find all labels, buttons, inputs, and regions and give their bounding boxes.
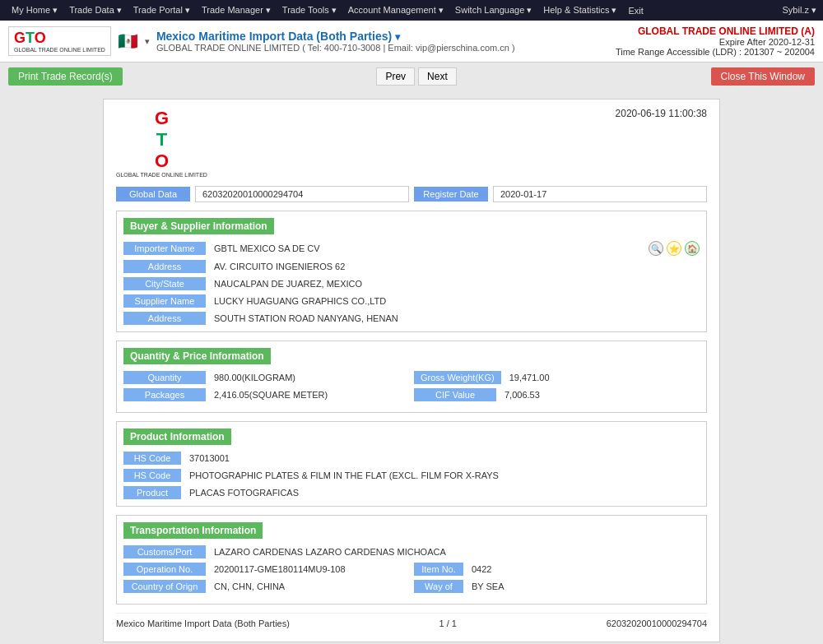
product-title: Product Information <box>123 429 231 445</box>
footer-data-name: Mexico Maritime Import Data (Both Partie… <box>116 619 290 628</box>
quantity-price-section: Quantity & Price Information Quantity 98… <box>116 341 707 413</box>
register-date-value: 2020-01-17 <box>493 186 707 202</box>
country-flag: 🇲🇽 <box>118 31 138 51</box>
record-footer: Mexico Maritime Import Data (Both Partie… <box>116 613 707 633</box>
cif-value: 7,006.53 <box>501 388 543 401</box>
hs-code-row-1: HS Code 37013001 <box>123 452 700 465</box>
hs-code-row-2: HS Code PHOTOGRAPHIC PLATES & FILM IN TH… <box>123 469 700 482</box>
prev-button-top[interactable]: Prev <box>376 67 415 86</box>
way-value: BY SEA <box>468 580 508 593</box>
star-icon[interactable]: ⭐ <box>667 241 681 256</box>
record-datetime: 2020-06-19 11:00:38 <box>616 108 707 119</box>
top-navigation: My Home ▾ Trade Data ▾ Trade Portal ▾ Tr… <box>0 0 823 21</box>
logo-text: GTO <box>14 30 46 46</box>
print-button-top[interactable]: Print Trade Record(s) <box>8 67 123 86</box>
user-menu[interactable]: Sybil.z ▾ <box>783 5 816 16</box>
packages-label: Packages <box>123 388 206 401</box>
logo: GTO GLOBAL TRADE ONLINE LIMITED <box>8 26 111 56</box>
quantity-col: Quantity 980.00(KILOGRAM) <box>123 371 409 384</box>
logo-subtitle: GLOBAL TRADE ONLINE LIMITED <box>14 47 105 53</box>
nav-trade-portal[interactable]: Trade Portal ▾ <box>128 3 195 17</box>
register-date-label: Register Date <box>414 187 488 202</box>
nav-account-management[interactable]: Account Management ▾ <box>343 3 449 17</box>
nav-my-home[interactable]: My Home ▾ <box>7 3 63 17</box>
operation-row: Operation No. 20200117-GME180114MU9-108 … <box>123 563 700 576</box>
importer-icons: 🔍 ⭐ 🏠 <box>649 241 700 256</box>
footer-page-info: 1 / 1 <box>439 619 457 628</box>
address-row: Address AV. CIRCUITO INGENIEROS 62 <box>123 260 700 273</box>
address-label: Address <box>123 260 206 273</box>
gross-weight-col: Gross Weight(KG) 19,471.00 <box>414 371 700 384</box>
product-label: Product <box>123 486 181 499</box>
close-button-top[interactable]: Close This Window <box>711 67 815 86</box>
city-state-value: NAUCALPAN DE JUAREZ, MEXICO <box>211 277 365 290</box>
country-label: Country of Orign <box>123 580 206 593</box>
record-logo-text: GTO <box>155 108 169 172</box>
customs-label: Customs/Port <box>123 545 206 558</box>
supplier-address-label: Address <box>123 312 206 325</box>
quantity-price-title: Quantity & Price Information <box>123 348 271 364</box>
supplier-address-row: Address SOUTH STATION ROAD NANYANG, HENA… <box>123 312 700 325</box>
transportation-section: Transportation Information Customs/Port … <box>116 515 707 605</box>
expire-info: Expire After 2020-12-31 <box>616 37 815 47</box>
cif-label: CIF Value <box>414 388 496 401</box>
customs-value: LAZARO CARDENAS LAZARO CARDENAS MICHOACA <box>211 545 449 558</box>
gross-weight-label: Gross Weight(KG) <box>414 371 501 384</box>
country-col: Country of Orign CN, CHN, CHINA <box>123 580 409 593</box>
page-title: Mexico Maritime Import Data (Both Partie… <box>156 30 515 43</box>
item-value: 0422 <box>468 563 495 576</box>
global-data-row: Global Data 62032020010000294704 Registe… <box>116 186 707 202</box>
quantity-value: 980.00(KILOGRAM) <box>211 371 299 384</box>
main-content: GTO GLOBAL TRADE ONLINE LIMITED 2020-06-… <box>0 90 823 644</box>
buyer-supplier-title: Buyer & Supplier Information <box>123 218 274 234</box>
nav-items: My Home ▾ Trade Data ▾ Trade Portal ▾ Tr… <box>7 3 649 17</box>
nav-trade-manager[interactable]: Trade Manager ▾ <box>197 3 276 17</box>
hs-code-value-1: 37013001 <box>186 452 233 465</box>
city-state-label: City/State <box>123 277 206 290</box>
importer-name-value: GBTL MEXICO SA DE CV <box>211 242 323 255</box>
nav-trade-data[interactable]: Trade Data ▾ <box>64 3 127 17</box>
flag-dropdown[interactable]: ▾ <box>145 36 150 47</box>
product-section: Product Information HS Code 37013001 HS … <box>116 421 707 507</box>
header-right: GLOBAL TRADE ONLINE LIMITED (A) Expire A… <box>616 25 815 57</box>
nav-switch-language[interactable]: Switch Language ▾ <box>450 3 537 17</box>
supplier-address-value: SOUTH STATION ROAD NANYANG, HENAN <box>211 312 402 325</box>
quantity-label: Quantity <box>123 371 206 384</box>
top-toolbar: Print Trade Record(s) Prev Next Close Th… <box>0 63 823 90</box>
nav-trade-tools[interactable]: Trade Tools ▾ <box>277 3 342 17</box>
nav-help-statistics[interactable]: Help & Statistics ▾ <box>538 3 621 17</box>
operation-value: 20200117-GME180114MU9-108 <box>211 563 349 576</box>
hs-code-label-1: HS Code <box>123 452 181 465</box>
packages-value: 2,416.05(SQUARE METER) <box>211 388 331 401</box>
packages-row: Packages 2,416.05(SQUARE METER) CIF Valu… <box>123 388 700 401</box>
home-icon[interactable]: 🏠 <box>685 241 700 256</box>
supplier-name-row: Supplier Name LUCKY HUAGUANG GRAPHICS CO… <box>123 294 700 308</box>
city-state-row: City/State NAUCALPAN DE JUAREZ, MEXICO <box>123 277 700 290</box>
operation-col: Operation No. 20200117-GME180114MU9-108 <box>123 563 409 576</box>
importer-name-row: Importer Name GBTL MEXICO SA DE CV 🔍 ⭐ 🏠 <box>123 241 700 256</box>
record-logo: GTO GLOBAL TRADE ONLINE LIMITED <box>116 108 207 178</box>
cif-col: CIF Value 7,006.53 <box>414 388 700 401</box>
operation-label: Operation No. <box>123 563 206 576</box>
nav-exit[interactable]: Exit <box>623 4 648 17</box>
country-value: CN, CHN, CHINA <box>211 580 288 593</box>
way-label: Way of <box>414 580 463 593</box>
supplier-name-value: LUCKY HUAGUANG GRAPHICS CO.,LTD <box>211 294 389 308</box>
next-button-top[interactable]: Next <box>418 67 457 86</box>
header-subtitle: GLOBAL TRADE ONLINE LIMITED ( Tel: 400-7… <box>156 43 515 53</box>
quantity-row: Quantity 980.00(KILOGRAM) Gross Weight(K… <box>123 371 700 384</box>
buyer-supplier-section: Buyer & Supplier Information Importer Na… <box>116 211 707 332</box>
global-data-value: 62032020010000294704 <box>195 186 409 202</box>
navigation-buttons: Prev Next <box>376 67 456 86</box>
product-row: Product PLACAS FOTOGRAFICAS <box>123 486 700 499</box>
packages-col: Packages 2,416.05(SQUARE METER) <box>123 388 409 401</box>
way-col: Way of BY SEA <box>414 580 700 593</box>
global-data-label: Global Data <box>116 187 190 202</box>
header: GTO GLOBAL TRADE ONLINE LIMITED 🇲🇽 ▾ Mex… <box>0 21 823 63</box>
record-logo-sub: GLOBAL TRADE ONLINE LIMITED <box>116 172 207 178</box>
address-value: AV. CIRCUITO INGENIEROS 62 <box>211 260 348 273</box>
search-icon[interactable]: 🔍 <box>649 241 663 256</box>
time-range-info: Time Range Accessible (LDR) : 201307 ~ 2… <box>616 47 815 57</box>
record-header: GTO GLOBAL TRADE ONLINE LIMITED 2020-06-… <box>116 108 707 178</box>
footer-record-id: 62032020010000294704 <box>607 619 707 628</box>
